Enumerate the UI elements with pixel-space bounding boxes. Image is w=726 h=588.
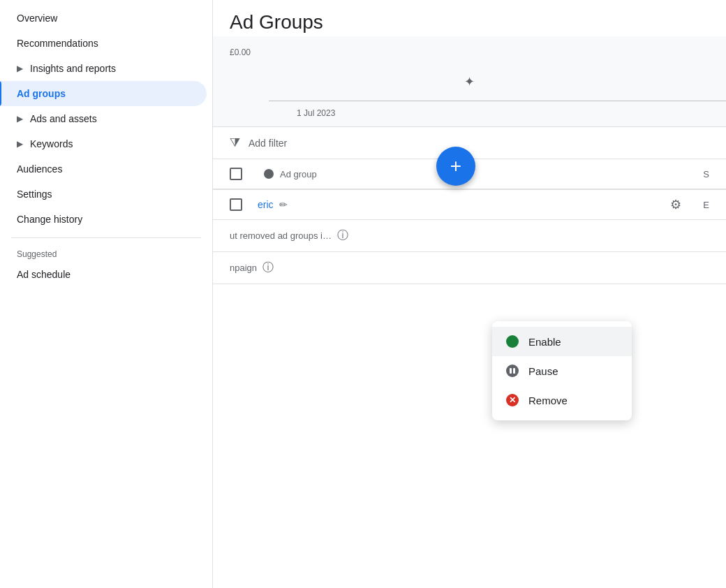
suggested-section-label: Suggested [0, 244, 212, 262]
s-column-header: S [653, 169, 709, 179]
row-checkbox-cell [230, 198, 258, 211]
edit-icon[interactable]: ✏ [279, 199, 288, 210]
pause-status-icon [506, 365, 519, 377]
remove-status-icon: ✕ [506, 394, 519, 406]
chevron-right-icon: ▶ [17, 139, 23, 149]
enable-label: Enable [528, 336, 561, 348]
sidebar-item-label: Change history [17, 214, 82, 225]
sidebar-item-ad-schedule[interactable]: Ad schedule [0, 262, 207, 287]
sidebar-item-recommendations[interactable]: Recommendations [0, 31, 207, 56]
help-circle-icon-2[interactable]: ⓘ [262, 260, 274, 275]
select-all-checkbox[interactable] [230, 168, 242, 180]
pause-bar-2 [513, 368, 515, 374]
enable-status-icon [506, 335, 519, 348]
sidebar-item-change-history[interactable]: Change history [0, 207, 207, 232]
sidebar-item-settings[interactable]: Settings [0, 182, 207, 207]
sidebar: Overview Recommendations ▶ Insights and … [0, 0, 213, 588]
sidebar-item-label: Keywords [30, 138, 73, 149]
help-circle-icon[interactable]: ⓘ [337, 228, 348, 243]
page-title: Ad Groups [230, 11, 709, 34]
pause-bar-1 [510, 368, 512, 374]
sidebar-item-insights-and-reports[interactable]: ▶ Insights and reports [0, 56, 207, 81]
row-ad-group-name[interactable]: eric ✏ [258, 199, 670, 210]
menu-item-remove[interactable]: ✕ Remove [492, 385, 632, 415]
sidebar-item-label: Recommendations [17, 38, 98, 49]
row-select-checkbox[interactable] [230, 198, 242, 211]
plus-icon: + [450, 155, 461, 177]
ad-group-name-text: eric [258, 199, 274, 210]
menu-item-pause[interactable]: Pause [492, 356, 632, 385]
remove-label: Remove [528, 395, 568, 406]
context-menu: Enable Pause ✕ Remove [492, 321, 632, 420]
sidebar-item-ad-groups[interactable]: Ad groups [0, 81, 207, 106]
header-status-cell [258, 169, 280, 179]
sidebar-item-overview[interactable]: Overview [0, 6, 207, 31]
pause-label: Pause [528, 365, 558, 377]
sidebar-item-label: Audiences [17, 163, 62, 175]
sidebar-item-label: Overview [17, 13, 57, 24]
main-content: Ad Groups £0.00 ✦ 1 Jul 2023 + ⧩ Add fil… [213, 0, 726, 588]
chevron-right-icon: ▶ [17, 64, 23, 73]
chart-line [269, 101, 726, 101]
chart-y-label: £0.00 [230, 47, 251, 57]
sparkle-icon: ✦ [464, 74, 475, 89]
chevron-right-icon: ▶ [17, 114, 23, 124]
row-extra-cell: E [681, 200, 709, 210]
sidebar-item-label: Ads and assets [30, 113, 97, 124]
filter-icon: ⧩ [230, 135, 240, 150]
info-text-removed: ut removed ad groups i… [230, 230, 332, 241]
menu-item-enable[interactable]: Enable [492, 327, 632, 356]
sidebar-item-ads-and-assets[interactable]: ▶ Ads and assets [0, 106, 207, 131]
table-row: eric ✏ ⚙ E [213, 190, 726, 220]
sidebar-item-audiences[interactable]: Audiences [0, 156, 207, 182]
page-title-area: Ad Groups [213, 0, 726, 36]
chart-x-label: 1 Jul 2023 [297, 108, 335, 118]
table-area: Ad group S eric ✏ ⚙ E ut removed ad grou… [213, 159, 726, 588]
sidebar-divider [11, 237, 201, 238]
sidebar-item-label: Insights and reports [30, 63, 116, 74]
add-fab-button[interactable]: + [436, 147, 475, 186]
add-filter-label: Add filter [249, 138, 287, 149]
header-checkbox-cell [230, 168, 258, 180]
info-row-removed: ut removed ad groups i… ⓘ [213, 220, 726, 252]
settings-gear-icon[interactable]: ⚙ [670, 197, 681, 212]
info-text-campaign: npaign [230, 263, 257, 273]
info-row-campaign: npaign ⓘ [213, 252, 726, 284]
sidebar-item-label: Ad groups [17, 88, 66, 99]
chart-area: £0.00 ✦ 1 Jul 2023 [213, 36, 726, 127]
status-dot-header [264, 169, 274, 179]
sidebar-item-keywords[interactable]: ▶ Keywords [0, 131, 207, 156]
sidebar-item-label: Ad schedule [17, 269, 71, 280]
pause-bars [510, 368, 515, 374]
sidebar-item-label: Settings [17, 189, 52, 200]
